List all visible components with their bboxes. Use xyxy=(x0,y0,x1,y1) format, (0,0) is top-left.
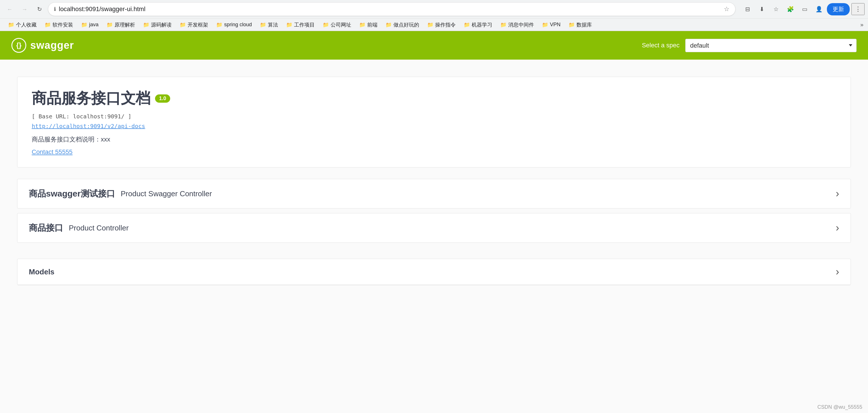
more-button[interactable]: ⋮ xyxy=(851,3,865,15)
swagger-logo-text: swagger xyxy=(30,39,74,51)
swagger-spec-selector: Select a spec default xyxy=(642,39,857,52)
bookmark-机器学习[interactable]: 📁 机器学习 xyxy=(460,20,496,30)
profile-button[interactable]: 👤 xyxy=(813,3,825,15)
bookmark-公司网址[interactable]: 📁 公司网址 xyxy=(319,20,354,30)
bookmark-数据库[interactable]: 📁 数据库 xyxy=(565,20,595,30)
folder-icon: 📁 xyxy=(464,22,470,28)
bookmark-操作指令[interactable]: 📁 操作指令 xyxy=(424,20,459,30)
folder-icon: 📁 xyxy=(568,22,575,28)
section-item-product[interactable]: 商品接口 Product Controller › xyxy=(17,213,851,243)
bookmark-label: 软件安装 xyxy=(53,22,73,28)
browser-titlebar: ← → ↻ ℹ localhost:9091/swagger-ui.html ☆… xyxy=(0,0,868,18)
section-item-swagger[interactable]: 商品swagger测试接口 Product Swagger Controller… xyxy=(17,179,851,208)
bookmark-label: 消息中间件 xyxy=(508,22,534,28)
extensions-button[interactable]: 🧩 xyxy=(784,3,797,15)
bookmark-label: 源码解读 xyxy=(151,22,172,28)
section-product-chevron-icon: › xyxy=(836,222,839,234)
lock-icon: ℹ xyxy=(54,6,56,12)
api-base-url: [ Base URL: localhost:9091/ ] xyxy=(32,113,836,120)
section-swagger-subtitle: Product Swagger Controller xyxy=(121,190,212,198)
api-version-badge: 1.0 xyxy=(155,94,170,103)
more-bookmarks-icon[interactable]: » xyxy=(860,22,863,28)
folder-icon: 📁 xyxy=(359,22,366,28)
api-title-text: 商品服务接口文档 xyxy=(32,89,151,108)
url-input[interactable]: localhost:9091/swagger-ui.html xyxy=(59,5,721,13)
bookmark-java[interactable]: 📁 java xyxy=(78,20,102,30)
folder-icon: 📁 xyxy=(323,22,329,28)
bookmark-spring-cloud[interactable]: 📁 spring cloud xyxy=(213,20,255,30)
bookmark-消息中间件[interactable]: 📁 消息中间件 xyxy=(497,20,537,30)
section-list: 商品swagger测试接口 Product Swagger Controller… xyxy=(17,179,851,247)
bookmark-VPN[interactable]: 📁 VPN xyxy=(538,20,564,30)
section-product-title: 商品接口 xyxy=(29,222,63,234)
bookmark-源码解读[interactable]: 📁 源码解读 xyxy=(140,20,175,30)
swagger-bracket-symbol: {} xyxy=(16,41,22,49)
reload-button[interactable]: ↻ xyxy=(33,3,46,15)
browser-chrome: ← → ↻ ℹ localhost:9091/swagger-ui.html ☆… xyxy=(0,0,868,31)
bookmark-label: 操作指令 xyxy=(435,22,456,28)
bookmark-button[interactable]: ☆ xyxy=(770,3,782,15)
browser-actions: ⊟ ⬇ ☆ 🧩 ▭ 👤 更新 ⋮ xyxy=(741,3,865,15)
folder-icon: 📁 xyxy=(81,22,87,28)
folder-icon: 📁 xyxy=(180,22,186,28)
download-button[interactable]: ⬇ xyxy=(755,3,768,15)
folder-icon: 📁 xyxy=(385,22,392,28)
folder-icon: 📁 xyxy=(216,22,222,28)
bookmark-label: 算法 xyxy=(268,22,278,28)
api-docs-link[interactable]: http://localhost:9091/v2/api-docs xyxy=(32,123,836,130)
section-swagger-chevron-icon: › xyxy=(836,188,839,200)
bookmark-算法[interactable]: 📁 算法 xyxy=(256,20,282,30)
bookmark-label: 前端 xyxy=(367,22,377,28)
bookmark-label: 数据库 xyxy=(577,22,592,28)
csdn-watermark: CSDN @wu_55555 xyxy=(817,404,862,410)
bookmark-软件安装[interactable]: 📁 软件安装 xyxy=(41,20,76,30)
swagger-content: 商品服务接口文档 1.0 [ Base URL: localhost:9091/… xyxy=(0,60,868,413)
bookmark-label: 公司网址 xyxy=(331,22,351,28)
star-icon[interactable]: ☆ xyxy=(724,5,730,13)
bookmark-label: 工作项目 xyxy=(294,22,315,28)
folder-icon: 📁 xyxy=(44,22,51,28)
translate-button[interactable]: ⊟ xyxy=(741,3,754,15)
update-button[interactable]: 更新 xyxy=(827,3,850,15)
api-contact-link[interactable]: Contact 55555 xyxy=(32,148,72,156)
bookmark-工作项目[interactable]: 📁 工作项目 xyxy=(283,20,318,30)
folder-icon: 📁 xyxy=(500,22,506,28)
api-info-block: 商品服务接口文档 1.0 [ Base URL: localhost:9091/… xyxy=(17,77,851,167)
bookmark-开发框架[interactable]: 📁 开发框架 xyxy=(176,20,212,30)
bookmark-label: 机器学习 xyxy=(472,22,492,28)
bookmark-label: 做点好玩的 xyxy=(394,22,419,28)
swagger-spec-label: Select a spec xyxy=(642,42,680,49)
api-description: 商品服务接口文档说明：xxx xyxy=(32,135,836,144)
bookmark-个人收藏[interactable]: 📁 个人收藏 xyxy=(5,20,40,30)
address-bar[interactable]: ℹ localhost:9091/swagger-ui.html ☆ xyxy=(48,2,736,16)
models-header[interactable]: Models › xyxy=(18,259,850,285)
sidebar-button[interactable]: ▭ xyxy=(798,3,811,15)
bookmark-label: VPN xyxy=(550,22,560,28)
swagger-header: {} swagger Select a spec default xyxy=(0,31,868,60)
bookmark-前端[interactable]: 📁 前端 xyxy=(356,20,381,30)
models-chevron-icon: › xyxy=(836,266,839,278)
bookmark-label: 开发框架 xyxy=(188,22,208,28)
folder-icon: 📁 xyxy=(143,22,149,28)
swagger-logo-icon: {} xyxy=(11,38,26,53)
api-title-row: 商品服务接口文档 1.0 xyxy=(32,89,836,108)
section-swagger-title: 商品swagger测试接口 xyxy=(29,188,115,200)
folder-icon: 📁 xyxy=(427,22,433,28)
swagger-spec-select[interactable]: default xyxy=(685,39,857,52)
bookmark-label: java xyxy=(89,22,98,28)
swagger-logo: {} swagger xyxy=(11,38,74,53)
folder-icon: 📁 xyxy=(8,22,14,28)
back-button[interactable]: ← xyxy=(3,3,16,15)
bookmark-做点好玩的[interactable]: 📁 做点好玩的 xyxy=(382,20,423,30)
bookmark-label: 个人收藏 xyxy=(16,22,36,28)
models-title: Models xyxy=(29,268,55,276)
bookmark-原理解析[interactable]: 📁 原理解析 xyxy=(103,20,138,30)
bookmark-label: spring cloud xyxy=(224,22,252,28)
bookmark-label: 原理解析 xyxy=(115,22,135,28)
folder-icon: 📁 xyxy=(260,22,266,28)
folder-icon: 📁 xyxy=(106,22,113,28)
bookmarks-bar: 📁 个人收藏 📁 软件安装 📁 java 📁 原理解析 📁 源码解读 📁 开发框… xyxy=(0,18,868,31)
forward-button[interactable]: → xyxy=(18,3,31,15)
folder-icon: 📁 xyxy=(542,22,548,28)
folder-icon: 📁 xyxy=(286,22,292,28)
